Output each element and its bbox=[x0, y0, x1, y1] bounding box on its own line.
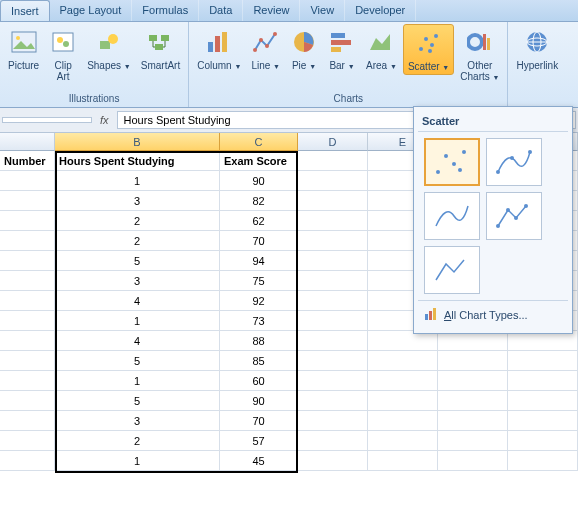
cell[interactable] bbox=[0, 371, 55, 391]
scatter-chart-button[interactable]: Scatter ▼ bbox=[403, 24, 454, 75]
cell[interactable]: 2 bbox=[55, 211, 220, 231]
cell[interactable] bbox=[508, 331, 578, 351]
cell[interactable] bbox=[298, 171, 368, 191]
cell[interactable] bbox=[298, 191, 368, 211]
cell[interactable]: 5 bbox=[55, 351, 220, 371]
cell[interactable]: 92 bbox=[220, 291, 298, 311]
scatter-type-lines-markers[interactable] bbox=[486, 192, 542, 240]
shapes-button[interactable]: Shapes ▼ bbox=[83, 24, 135, 73]
cell[interactable]: 45 bbox=[220, 451, 298, 471]
cell[interactable] bbox=[298, 151, 368, 171]
cell[interactable] bbox=[368, 451, 438, 471]
col-header-b[interactable]: B bbox=[55, 133, 220, 151]
cell[interactable] bbox=[0, 251, 55, 271]
name-box[interactable] bbox=[2, 117, 92, 123]
tab-view[interactable]: View bbox=[300, 0, 345, 21]
hyperlink-button[interactable]: Hyperlink bbox=[512, 24, 562, 73]
pie-chart-button[interactable]: Pie ▼ bbox=[286, 24, 322, 73]
cell[interactable] bbox=[0, 431, 55, 451]
cell[interactable] bbox=[0, 171, 55, 191]
bar-chart-button[interactable]: Bar ▼ bbox=[324, 24, 360, 73]
cell[interactable]: 1 bbox=[55, 311, 220, 331]
cell[interactable] bbox=[438, 431, 508, 451]
cell[interactable] bbox=[0, 391, 55, 411]
cell[interactable] bbox=[298, 231, 368, 251]
cell[interactable] bbox=[298, 351, 368, 371]
cell[interactable] bbox=[0, 191, 55, 211]
cell[interactable] bbox=[368, 391, 438, 411]
cell[interactable]: 4 bbox=[55, 291, 220, 311]
cell-a-header[interactable]: Number bbox=[0, 151, 55, 171]
cell[interactable]: 73 bbox=[220, 311, 298, 331]
cell[interactable]: 70 bbox=[220, 411, 298, 431]
cell[interactable] bbox=[298, 291, 368, 311]
cell[interactable] bbox=[0, 411, 55, 431]
scatter-type-smooth[interactable] bbox=[424, 192, 480, 240]
col-header-c[interactable]: C bbox=[220, 133, 298, 151]
all-chart-types[interactable]: AAll Chart Types...ll Chart Types... bbox=[418, 301, 568, 329]
cell[interactable]: 90 bbox=[220, 391, 298, 411]
cell[interactable]: 1 bbox=[55, 371, 220, 391]
smartart-button[interactable]: SmartArt bbox=[137, 24, 184, 73]
cell[interactable] bbox=[508, 351, 578, 371]
cell[interactable]: 2 bbox=[55, 231, 220, 251]
tab-review[interactable]: Review bbox=[243, 0, 300, 21]
cell[interactable]: 88 bbox=[220, 331, 298, 351]
cell[interactable]: 82 bbox=[220, 191, 298, 211]
cell[interactable] bbox=[298, 451, 368, 471]
scatter-type-markers[interactable] bbox=[424, 138, 480, 186]
cell[interactable] bbox=[298, 331, 368, 351]
cell[interactable] bbox=[368, 351, 438, 371]
cell[interactable] bbox=[298, 251, 368, 271]
cell[interactable]: 57 bbox=[220, 431, 298, 451]
cell[interactable]: 2 bbox=[55, 431, 220, 451]
cell[interactable] bbox=[298, 311, 368, 331]
cell[interactable] bbox=[438, 411, 508, 431]
cell[interactable] bbox=[368, 331, 438, 351]
cell[interactable] bbox=[0, 351, 55, 371]
cell[interactable]: 85 bbox=[220, 351, 298, 371]
cell[interactable] bbox=[508, 391, 578, 411]
col-header-corner[interactable] bbox=[0, 133, 55, 151]
cell[interactable] bbox=[0, 451, 55, 471]
cell[interactable] bbox=[298, 411, 368, 431]
cell[interactable] bbox=[438, 391, 508, 411]
cell[interactable]: 5 bbox=[55, 251, 220, 271]
cell[interactable] bbox=[298, 371, 368, 391]
cell[interactable]: 4 bbox=[55, 331, 220, 351]
cell[interactable] bbox=[0, 231, 55, 251]
tab-data[interactable]: Data bbox=[199, 0, 243, 21]
area-chart-button[interactable]: Area ▼ bbox=[362, 24, 401, 73]
cell[interactable]: 62 bbox=[220, 211, 298, 231]
line-chart-button[interactable]: Line ▼ bbox=[247, 24, 284, 73]
cell[interactable] bbox=[438, 371, 508, 391]
cell[interactable] bbox=[298, 211, 368, 231]
tab-insert[interactable]: Insert bbox=[0, 0, 50, 21]
cell[interactable] bbox=[298, 431, 368, 451]
cell[interactable] bbox=[0, 291, 55, 311]
other-charts-button[interactable]: Other Charts ▼ bbox=[456, 24, 503, 84]
col-header-d[interactable]: D bbox=[298, 133, 368, 151]
cell[interactable]: 3 bbox=[55, 271, 220, 291]
cell[interactable]: 70 bbox=[220, 231, 298, 251]
cell[interactable] bbox=[368, 431, 438, 451]
cell[interactable] bbox=[0, 311, 55, 331]
cell[interactable] bbox=[508, 431, 578, 451]
tab-formulas[interactable]: Formulas bbox=[132, 0, 199, 21]
cell[interactable] bbox=[508, 371, 578, 391]
cell[interactable]: 1 bbox=[55, 171, 220, 191]
cell[interactable] bbox=[298, 271, 368, 291]
scatter-type-lines[interactable] bbox=[424, 246, 480, 294]
picture-button[interactable]: Picture bbox=[4, 24, 43, 73]
clipart-button[interactable]: Clip Art bbox=[45, 24, 81, 84]
cell[interactable] bbox=[508, 451, 578, 471]
cell[interactable]: 3 bbox=[55, 411, 220, 431]
scatter-type-smooth-markers[interactable] bbox=[486, 138, 542, 186]
tab-page-layout[interactable]: Page Layout bbox=[50, 0, 133, 21]
cell[interactable] bbox=[438, 451, 508, 471]
cell[interactable] bbox=[298, 391, 368, 411]
column-chart-button[interactable]: Column ▼ bbox=[193, 24, 245, 73]
cell[interactable]: 60 bbox=[220, 371, 298, 391]
cell[interactable] bbox=[438, 331, 508, 351]
cell[interactable]: 90 bbox=[220, 171, 298, 191]
